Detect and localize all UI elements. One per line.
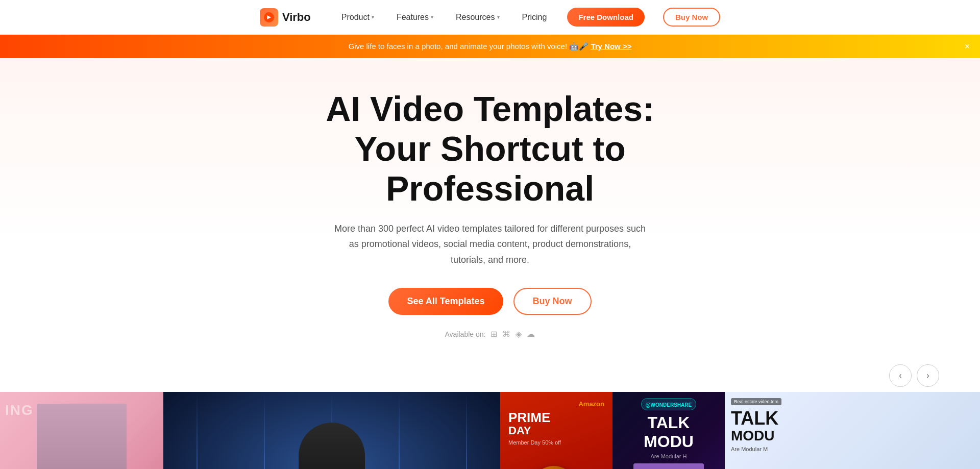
- card-main[interactable]: DIGITAL: [163, 392, 500, 469]
- announcement-close-button[interactable]: ×: [964, 41, 970, 52]
- navbar: Virbo Product ▾ Features ▾ Resources ▾ P…: [0, 0, 980, 35]
- carousel-navigation: ‹ ›: [0, 364, 980, 387]
- card-real-estate[interactable]: Real estate video tem TALK MODU Are Modu…: [725, 392, 980, 469]
- modular-desc: Are Modular M: [731, 446, 974, 452]
- logo-text: Virbo: [282, 11, 311, 24]
- nav-features[interactable]: Features ▾: [395, 9, 435, 26]
- carousel-next-button[interactable]: ›: [917, 364, 939, 387]
- available-on-label: Available on:: [445, 330, 486, 338]
- logo-icon: [260, 8, 278, 27]
- talk-big: TALK: [731, 409, 974, 428]
- features-chevron-icon: ▾: [431, 14, 433, 20]
- prime-text: PRIME: [508, 411, 604, 424]
- hero-buttons: See All Templates Buy Now: [10, 288, 970, 315]
- logo[interactable]: Virbo: [260, 8, 311, 27]
- nav-resources-label: Resources: [456, 13, 495, 22]
- product-chevron-icon: ▾: [372, 14, 374, 20]
- web-icon: ☁: [527, 329, 535, 339]
- nav-product-label: Product: [341, 13, 370, 22]
- card-tiktok[interactable]: @WONDERSHARE TALK MODU Are Modular H Hel…: [612, 392, 725, 469]
- nav-pricing[interactable]: Pricing: [520, 9, 549, 26]
- hero-title: AI Video Templates: Your Shortcut to Pro…: [260, 89, 720, 209]
- modular-big: MODU: [731, 428, 974, 444]
- nav-resources[interactable]: Resources ▾: [454, 9, 501, 26]
- modular-sub: Are Modular H: [651, 453, 687, 459]
- talk-text: TALK: [648, 413, 690, 432]
- prime-day-text: DAY: [508, 424, 604, 437]
- resources-chevron-icon: ▾: [497, 14, 500, 20]
- see-all-templates-button[interactable]: See All Templates: [388, 288, 503, 315]
- nav-product[interactable]: Product ▾: [339, 9, 376, 26]
- amazon-badge: Amazon: [578, 400, 604, 408]
- card-amazon[interactable]: Amazon PRIME DAY Member Day 50% off like…: [500, 392, 612, 469]
- card-pink[interactable]: ING: [0, 392, 163, 469]
- announcement-bar: Give life to faces in a photo, and anima…: [0, 35, 980, 58]
- hero-buy-now-button[interactable]: Buy Now: [513, 288, 592, 315]
- carousel-prev-button[interactable]: ‹: [889, 364, 912, 387]
- real-estate-tag: Real estate video tem: [731, 398, 781, 405]
- nav-features-label: Features: [397, 13, 429, 22]
- modu-text: MODU: [644, 432, 694, 451]
- video-cards-row: ING DIGITAL Amazon: [0, 392, 980, 469]
- hero-title-line2: Your Shortcut to Professional: [354, 129, 625, 208]
- announcement-text: Give life to faces in a photo, and anima…: [349, 42, 589, 51]
- ios-icon: ⌘: [502, 329, 510, 339]
- windows-icon: ⊞: [491, 329, 497, 339]
- buy-now-button[interactable]: Buy Now: [663, 8, 720, 27]
- member-day-text: Member Day 50% off: [508, 439, 604, 446]
- tiktok-handle: @WONDERSHARE: [646, 402, 692, 408]
- hero-subtitle: More than 300 perfect AI video templates…: [332, 221, 648, 268]
- next-arrow-icon: ›: [926, 371, 929, 380]
- available-on: Available on: ⊞ ⌘ ◈ ☁: [10, 329, 970, 339]
- nav-pricing-label: Pricing: [522, 13, 547, 22]
- free-download-button[interactable]: Free Download: [567, 8, 645, 27]
- pink-card-text: ING: [5, 402, 34, 418]
- hero-section: AI Video Templates: Your Shortcut to Pro…: [0, 58, 980, 364]
- hero-title-line1: AI Video Templates:: [326, 89, 654, 128]
- dark-figure: [633, 463, 703, 469]
- android-icon: ◈: [516, 329, 522, 339]
- prev-arrow-icon: ‹: [899, 371, 901, 380]
- announcement-cta[interactable]: Try Now >>: [591, 42, 631, 51]
